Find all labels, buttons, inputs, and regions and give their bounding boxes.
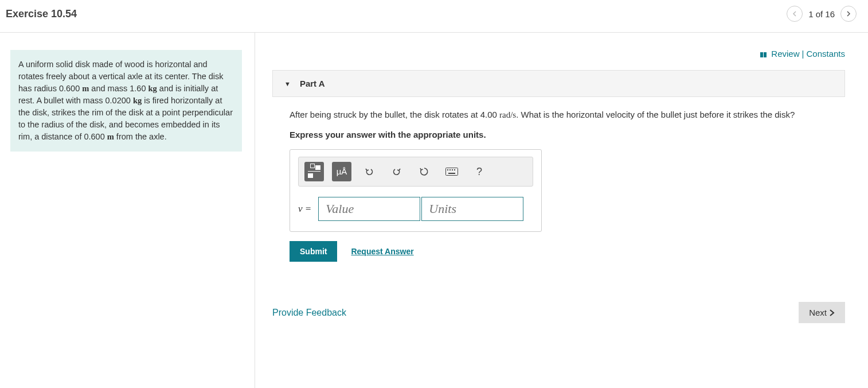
question-text: After being struck by the bullet, the di… — [290, 108, 828, 122]
reset-icon — [419, 166, 429, 177]
chevron-right-icon — [846, 11, 851, 17]
action-row: Submit Request Answer — [290, 241, 828, 262]
caret-down-icon: ▼ — [284, 80, 291, 87]
special-chars-button[interactable]: µÅ — [332, 162, 351, 181]
part-header[interactable]: ▼ Part A — [272, 70, 845, 97]
svg-rect-4 — [454, 169, 455, 170]
keyboard-button[interactable] — [442, 162, 462, 181]
request-answer-link[interactable]: Request Answer — [351, 246, 413, 258]
svg-rect-1 — [447, 169, 448, 170]
prev-button[interactable] — [787, 6, 803, 22]
svg-rect-0 — [446, 168, 458, 176]
answer-toolbar: µÅ — [298, 157, 533, 187]
page-header: Exercise 10.54 1 of 16 — [0, 0, 868, 33]
constants-link[interactable]: Constants — [806, 49, 845, 59]
redo-icon — [392, 166, 402, 177]
template-picker-button[interactable] — [304, 162, 324, 181]
help-button[interactable]: ? — [470, 162, 489, 181]
value-input[interactable] — [318, 197, 420, 221]
answer-tool: µÅ — [290, 149, 542, 232]
reset-button[interactable] — [415, 162, 434, 181]
svg-rect-5 — [448, 173, 455, 174]
part-label: Part A — [300, 79, 325, 88]
next-button[interactable]: Next — [799, 302, 845, 323]
input-row: v = — [298, 197, 533, 221]
express-instruction: Express your answer with the appropriate… — [290, 129, 828, 142]
units-input[interactable] — [421, 197, 523, 221]
fraction-icon — [308, 165, 320, 178]
problem-statement: A uniform solid disk made of wood is hor… — [10, 50, 242, 152]
footer-row: Provide Feedback Next — [272, 302, 845, 323]
provide-feedback-link[interactable]: Provide Feedback — [272, 308, 346, 318]
svg-rect-3 — [452, 169, 453, 170]
left-column: A uniform solid disk made of wood is hor… — [0, 33, 255, 388]
keyboard-icon — [445, 168, 458, 176]
part-body: After being struck by the bullet, the di… — [272, 97, 845, 273]
page-count: 1 of 16 — [808, 9, 835, 19]
review-link[interactable]: Review — [771, 49, 799, 59]
redo-button[interactable] — [387, 162, 406, 181]
submit-button[interactable]: Submit — [290, 241, 337, 262]
exercise-title: Exercise 10.54 — [6, 8, 77, 20]
review-row: Review | Constants — [272, 44, 845, 70]
next-nav-button[interactable] — [840, 6, 857, 22]
undo-button[interactable] — [359, 162, 379, 181]
right-column: Review | Constants ▼ Part A After being … — [255, 33, 868, 388]
svg-rect-2 — [449, 169, 451, 170]
variable-label: v = — [298, 201, 311, 216]
book-icon — [760, 52, 767, 57]
undo-icon — [364, 166, 374, 177]
chevron-right-icon — [829, 309, 835, 316]
body: A uniform solid disk made of wood is hor… — [0, 33, 868, 388]
header-nav: 1 of 16 — [787, 6, 857, 22]
chevron-left-icon — [792, 11, 797, 17]
next-label: Next — [809, 308, 827, 317]
